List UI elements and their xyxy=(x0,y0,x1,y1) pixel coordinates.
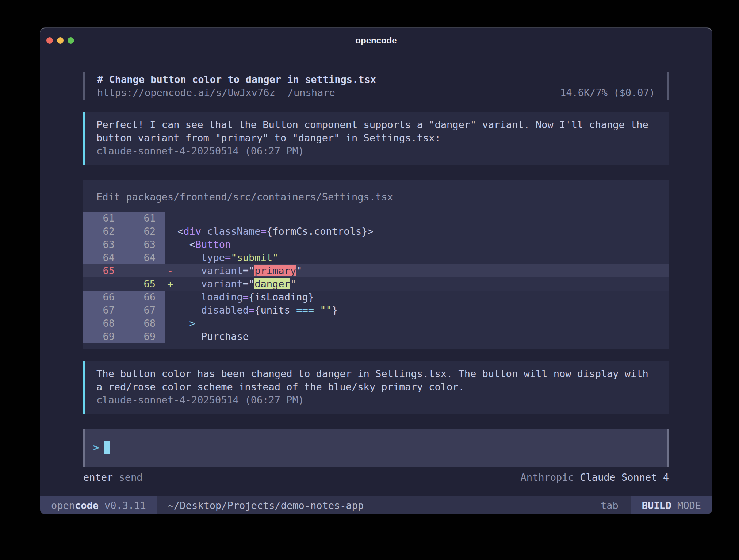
code-token-eq: = xyxy=(243,291,249,303)
code-token-punct xyxy=(177,291,201,303)
assistant-message: Perfect! I can see that the Button compo… xyxy=(83,112,669,165)
code-token-op: > xyxy=(189,318,195,329)
code-token-punct: } xyxy=(332,304,338,316)
code-token-attr: type xyxy=(201,252,225,263)
app-version: v0.3.11 xyxy=(104,500,146,511)
close-window-button[interactable] xyxy=(46,37,53,44)
build-mode-chip[interactable]: BUILD MODE xyxy=(631,496,712,514)
line-number-old: 64 xyxy=(83,251,118,264)
window-title: opencode xyxy=(355,35,397,46)
code-token-punct: =" xyxy=(243,265,255,276)
diff-row: 65+ variant="danger" xyxy=(83,277,669,291)
diff-row: 6161 xyxy=(83,212,669,225)
app-name-suffix: code xyxy=(75,500,99,511)
tab-key-hint[interactable]: tab xyxy=(601,500,619,511)
prompt-symbol: > xyxy=(93,441,99,454)
code-token-eq: = xyxy=(261,226,267,237)
diff-marker xyxy=(165,304,177,317)
session-title: # Change button color to danger in setti… xyxy=(97,73,655,86)
code-token-punct xyxy=(177,304,201,316)
code-token-punct: " xyxy=(296,265,302,276)
share-url[interactable]: https://opencode.ai/s/UwJxv76z xyxy=(97,86,275,99)
diff-marker xyxy=(165,238,177,251)
code-token-punct xyxy=(201,226,207,237)
code-line: loading={isLoading} xyxy=(177,291,669,304)
code-token-ins: danger xyxy=(254,278,290,289)
code-token-del: primary xyxy=(254,265,296,276)
code-token-attr: disabled xyxy=(201,304,249,316)
token-usage-stats: 14.6K/7% ($0.07) xyxy=(560,86,655,99)
line-number-old: 63 xyxy=(83,238,118,251)
code-token-punct: < xyxy=(177,239,195,250)
code-token-punct xyxy=(177,252,201,263)
code-line: variant="danger" xyxy=(177,277,669,291)
code-token-tag: Button xyxy=(195,239,231,250)
line-number-new: 69 xyxy=(118,330,165,343)
message-meta: claude-sonnet-4-20250514 (06:27 PM) xyxy=(96,394,662,407)
code-token-attr: className xyxy=(207,226,260,237)
line-number-new: 66 xyxy=(118,291,165,304)
message-text: button variant from "primary" to "danger… xyxy=(96,131,662,145)
line-number-new: 62 xyxy=(118,225,165,238)
diff-marker xyxy=(165,251,177,264)
code-token-punct xyxy=(177,278,201,289)
line-number-old: 69 xyxy=(83,330,118,343)
line-number-old xyxy=(83,277,118,291)
code-token-punct: {formCs.controls}> xyxy=(267,226,374,237)
line-number-new: 61 xyxy=(118,212,165,225)
diff-row: 65- variant="primary" xyxy=(83,264,669,277)
code-token-punct: " xyxy=(290,278,296,289)
diff-marker: + xyxy=(165,277,177,291)
code-token-punct: =" xyxy=(243,278,255,289)
app-version-chip: opencode v0.3.11 xyxy=(40,496,157,514)
line-number-old: 65 xyxy=(83,264,118,277)
line-number-new: 65 xyxy=(118,277,165,291)
code-line: type="submit" xyxy=(177,251,669,264)
diff-row: 6262<div className={formCs.controls}> xyxy=(83,225,669,238)
code-token-eq: = xyxy=(249,304,254,316)
assistant-message: The button color has been changed to dan… xyxy=(83,361,669,414)
line-number-old: 66 xyxy=(83,291,118,304)
titlebar: opencode xyxy=(40,28,712,53)
diff-marker xyxy=(165,291,177,304)
diff-rows: 61616262<div className={formCs.controls}… xyxy=(83,212,669,343)
line-number-new xyxy=(118,264,165,277)
main-content: # Change button color to danger in setti… xyxy=(40,72,712,484)
prompt-input[interactable]: > xyxy=(83,429,669,467)
line-number-new: 63 xyxy=(118,238,165,251)
opencode-window: opencode # Change button color to danger… xyxy=(40,28,712,514)
diff-row: 6969 Purchase xyxy=(83,330,669,343)
code-token-attr: variant xyxy=(201,278,243,289)
zoom-window-button[interactable] xyxy=(68,37,74,44)
diff-row: 6868 > xyxy=(83,317,669,330)
code-token-punct xyxy=(314,304,320,316)
code-token-str: "" xyxy=(320,304,332,316)
code-line: <div className={formCs.controls}> xyxy=(177,225,669,238)
footer-hints: enter send Anthropic Claude Sonnet 4 xyxy=(83,471,669,484)
working-directory: ~/Desktop/Projects/demo-notes-app xyxy=(168,500,364,511)
diff-row: 6767 disabled={units === ""} xyxy=(83,304,669,317)
mode-name: BUILD xyxy=(642,500,671,511)
line-number-new: 64 xyxy=(118,251,165,264)
diff-row: 6363 <Button xyxy=(83,238,669,251)
diff-marker xyxy=(165,212,177,225)
provider-label: Anthropic xyxy=(521,472,574,483)
message-text: The button color has been changed to dan… xyxy=(96,367,662,380)
code-token-attr: variant xyxy=(201,265,243,276)
code-token-punct: < xyxy=(177,226,183,237)
diff-row: 6666 loading={isLoading} xyxy=(83,291,669,304)
message-text: a red/rose color scheme instead of the b… xyxy=(96,380,662,394)
code-token-punct: {isLoading} xyxy=(249,291,314,303)
diff-row: 6464 type="submit" xyxy=(83,251,669,264)
code-token-punct xyxy=(177,318,189,329)
code-line: disabled={units === ""} xyxy=(177,304,669,317)
line-number-old: 62 xyxy=(83,225,118,238)
line-number-new: 68 xyxy=(118,317,165,330)
edit-tool-block: Edit packages/frontend/src/containers/Se… xyxy=(83,180,669,349)
edit-tool-title: Edit packages/frontend/src/containers/Se… xyxy=(83,191,669,204)
diff-marker xyxy=(165,330,177,343)
minimize-window-button[interactable] xyxy=(57,37,64,44)
unshare-command[interactable]: /unshare xyxy=(288,86,335,99)
diff-marker xyxy=(165,317,177,330)
message-text: Perfect! I can see that the Button compo… xyxy=(96,118,662,131)
